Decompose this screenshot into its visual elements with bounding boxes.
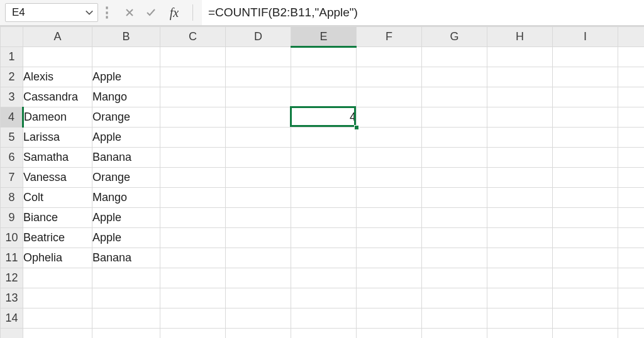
col-header-A[interactable]: A — [23, 27, 92, 47]
cell-D14[interactable] — [226, 308, 291, 329]
cell-E5[interactable] — [291, 128, 357, 148]
cell-F10[interactable] — [357, 228, 422, 248]
cell-D13[interactable] — [226, 288, 291, 308]
cell-H2[interactable] — [487, 67, 553, 87]
cell-I11[interactable] — [553, 248, 618, 268]
cell-E2[interactable] — [291, 67, 357, 87]
cell-I5[interactable] — [553, 128, 618, 148]
cell-I6[interactable] — [553, 148, 618, 168]
cell-B8[interactable]: Mango — [92, 188, 160, 208]
cell-A14[interactable] — [23, 308, 92, 329]
cell-E4[interactable]: 4 — [291, 107, 357, 128]
cell-A2[interactable]: Alexis — [23, 67, 92, 87]
cell-B11[interactable]: Banana — [92, 248, 160, 268]
cell-J6[interactable] — [618, 148, 645, 168]
cell-A10[interactable]: Beatrice — [23, 228, 92, 248]
cell-J8[interactable] — [618, 188, 645, 208]
row-header-10[interactable]: 10 — [1, 228, 23, 248]
cell-D5[interactable] — [226, 128, 291, 148]
cancel-formula-button[interactable] — [121, 4, 138, 21]
cell-A13[interactable] — [23, 288, 92, 308]
cell-A1[interactable]: Name — [23, 47, 92, 67]
cell-B7[interactable]: Orange — [92, 168, 160, 188]
cell-I13[interactable] — [553, 288, 618, 308]
cell-D8[interactable] — [226, 188, 291, 208]
cell-H5[interactable] — [487, 128, 553, 148]
cell-G2[interactable] — [422, 67, 487, 87]
cell-F5[interactable] — [357, 128, 422, 148]
cell-J3[interactable] — [618, 87, 645, 107]
cell-I2[interactable] — [553, 67, 618, 87]
cell-D1[interactable] — [226, 47, 291, 67]
row-header-12[interactable]: 12 — [1, 268, 23, 288]
cell-I12[interactable] — [553, 268, 618, 288]
col-header-J[interactable]: J — [618, 27, 645, 47]
cell-B5[interactable]: Apple — [92, 128, 160, 148]
cell-F6[interactable] — [357, 148, 422, 168]
cell-D11[interactable] — [226, 248, 291, 268]
row-header-11[interactable]: 11 — [1, 248, 23, 268]
cell-C13[interactable] — [160, 288, 226, 308]
cell-E12[interactable] — [291, 268, 357, 288]
cell-H1[interactable] — [487, 47, 553, 67]
cell-D10[interactable] — [226, 228, 291, 248]
cell-H3[interactable] — [487, 87, 553, 107]
cell-H13[interactable] — [487, 288, 553, 308]
cell-J1[interactable] — [618, 47, 645, 67]
cell-G7[interactable] — [422, 168, 487, 188]
chevron-down-icon[interactable] — [85, 8, 94, 17]
cell-C9[interactable] — [160, 208, 226, 228]
cell-E8[interactable] — [291, 188, 357, 208]
cell-B3[interactable]: Mango — [92, 87, 160, 107]
cell-D2[interactable] — [226, 67, 291, 87]
col-header-H[interactable]: H — [487, 27, 553, 47]
cell-C4[interactable] — [160, 107, 226, 128]
cell-J14[interactable] — [618, 308, 645, 329]
row-header-6[interactable]: 6 — [1, 148, 23, 168]
row-header-2[interactable]: 2 — [1, 67, 23, 87]
confirm-formula-button[interactable] — [142, 4, 160, 21]
cell-G3[interactable] — [422, 87, 487, 107]
row-header-4[interactable]: 4 — [1, 107, 23, 128]
formula-input[interactable] — [202, 0, 644, 25]
cell-G13[interactable] — [422, 288, 487, 308]
cell-B14[interactable] — [92, 308, 160, 329]
cell-F11[interactable] — [357, 248, 422, 268]
cell-G9[interactable] — [422, 208, 487, 228]
cell-J9[interactable] — [618, 208, 645, 228]
cell-H11[interactable] — [487, 248, 553, 268]
cell-G1[interactable] — [422, 47, 487, 67]
cell-G14[interactable] — [422, 308, 487, 329]
cell-J11[interactable] — [618, 248, 645, 268]
cell-A6[interactable]: Samatha — [23, 148, 92, 168]
cell-F9[interactable] — [357, 208, 422, 228]
cell-C1[interactable] — [160, 47, 226, 67]
cell-I7[interactable] — [553, 168, 618, 188]
cell-G8[interactable] — [422, 188, 487, 208]
cell-C7[interactable] — [160, 168, 226, 188]
row-header-14[interactable]: 14 — [1, 308, 23, 329]
cell-D4[interactable]: Apple — [226, 107, 291, 128]
name-box[interactable]: E4 — [5, 3, 98, 22]
cell-A7[interactable]: Vanessa — [23, 168, 92, 188]
cell-B4[interactable]: Orange — [92, 107, 160, 128]
cell-G6[interactable] — [422, 148, 487, 168]
cell-D7[interactable] — [226, 168, 291, 188]
cell-C14[interactable] — [160, 308, 226, 329]
cell-I9[interactable] — [553, 208, 618, 228]
row-header-3[interactable]: 3 — [1, 87, 23, 107]
cell-G10[interactable] — [422, 228, 487, 248]
cell-D3[interactable] — [226, 87, 291, 107]
cell-B1[interactable]: Fruit — [92, 47, 160, 67]
cell-B12[interactable] — [92, 268, 160, 288]
cell-A5[interactable]: Larissa — [23, 128, 92, 148]
cell-J7[interactable] — [618, 168, 645, 188]
row-header-7[interactable]: 7 — [1, 168, 23, 188]
row-header-5[interactable]: 5 — [1, 128, 23, 148]
cell-I10[interactable] — [553, 228, 618, 248]
row-header-9[interactable]: 9 — [1, 208, 23, 228]
cell-I14[interactable] — [553, 308, 618, 329]
cell-E9[interactable] — [291, 208, 357, 228]
cell-G11[interactable] — [422, 248, 487, 268]
cell-C11[interactable] — [160, 248, 226, 268]
